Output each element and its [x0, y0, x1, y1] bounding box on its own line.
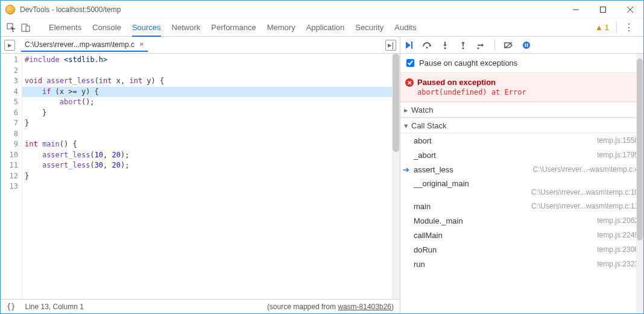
main-toolbar: ElementsConsoleSourcesNetworkPerformance… — [1, 19, 643, 37]
step-into-icon[interactable] — [440, 40, 450, 50]
call-stack-list: aborttemp.js:1558_aborttemp.js:1795➔asse… — [400, 133, 643, 271]
close-file-icon[interactable]: × — [139, 40, 144, 49]
braces-icon[interactable]: {} — [7, 303, 15, 311]
panel-tab-security[interactable]: Security — [355, 19, 384, 36]
stack-frame-location[interactable]: temp.js:1795 — [597, 151, 639, 159]
step-icon[interactable] — [476, 40, 486, 50]
svg-rect-11 — [527, 43, 528, 47]
stack-frame-location[interactable]: temp.js:1558 — [597, 136, 639, 145]
pause-on-exceptions-icon[interactable] — [522, 40, 531, 50]
stack-frame-location[interactable]: temp.js:2323 — [597, 260, 639, 268]
svg-point-7 — [462, 47, 464, 49]
step-over-icon[interactable] — [422, 40, 432, 50]
stack-frame-location[interactable]: temp.js:2308 — [597, 245, 639, 254]
pause-on-caught-label: Pause on caught exceptions — [419, 58, 517, 68]
stack-frame-location[interactable]: C:\Users\rrever...-wasm\temp.c:4 — [533, 165, 639, 174]
panel-tab-audits[interactable]: Audits — [394, 19, 416, 36]
callstack-section-header[interactable]: ▾ Call Stack — [400, 118, 643, 133]
pause-on-caught-checkbox[interactable] — [406, 59, 414, 67]
stack-frame-function: _abort — [414, 151, 436, 160]
stack-frame-location[interactable]: temp.js:2062 — [597, 216, 639, 225]
toggle-device-icon[interactable] — [20, 22, 32, 34]
warnings-badge[interactable]: ▲ 1 — [595, 23, 609, 32]
stack-frame[interactable]: aborttemp.js:1558 — [400, 133, 643, 148]
paused-title: Paused on exception — [417, 78, 637, 87]
code-line[interactable]: #include <stdlib.h> — [22, 55, 400, 66]
panel-tab-performance[interactable]: Performance — [211, 19, 256, 36]
show-debugger-icon[interactable]: ▸| — [385, 40, 396, 51]
close-button[interactable] — [616, 1, 643, 18]
code-line[interactable]: assert_less(30, 20); — [22, 160, 400, 171]
sources-pane: ▸ C:\Users\rrever...mp-wasm\temp.c × ▸| … — [1, 37, 400, 313]
code-area[interactable]: #include <stdlib.h>void assert_less(int … — [22, 54, 400, 299]
toolbar-divider — [494, 40, 495, 51]
stack-frame-function: callMain — [414, 231, 443, 240]
paused-on-exception: ✕ Paused on exception abort(undefined) a… — [400, 73, 643, 102]
debug-toolbar — [400, 37, 643, 54]
code-line[interactable]: abort(); — [22, 97, 400, 108]
editor[interactable]: 12345678910111213 #include <stdlib.h>voi… — [1, 54, 400, 299]
svg-rect-4 — [411, 42, 412, 49]
stack-frame[interactable]: runtemp.js:2323 — [400, 257, 643, 271]
watch-section-header[interactable]: ▸ Watch — [400, 102, 643, 118]
inspect-element-icon[interactable] — [5, 22, 17, 34]
toolbar-divider — [616, 22, 617, 33]
code-line[interactable] — [22, 66, 400, 77]
code-line[interactable] — [22, 181, 400, 192]
pause-on-caught-row[interactable]: Pause on caught exceptions — [400, 54, 643, 73]
stack-frame-location[interactable]: C:\Users\rrever...wasm\temp.c:11 — [531, 202, 639, 210]
expand-icon: ▸ — [404, 105, 411, 115]
devtools-window: DevTools - localhost:5000/temp ElementsC… — [0, 0, 644, 314]
file-tab-label: C:\Users\rrever...mp-wasm\temp.c — [25, 40, 134, 49]
minimize-button[interactable] — [562, 1, 589, 18]
stack-frame-function: run — [414, 260, 425, 269]
svg-point-6 — [444, 47, 446, 49]
panel-tab-sources[interactable]: Sources — [132, 19, 161, 37]
stack-frame[interactable]: ➔assert_lessC:\Users\rrever...-wasm\temp… — [400, 162, 643, 177]
editor-scrollbar[interactable] — [392, 54, 400, 299]
stack-frame-location[interactable]: temp.js:2249 — [597, 231, 639, 239]
step-out-icon[interactable] — [458, 40, 468, 50]
collapse-icon: ▾ — [404, 121, 411, 130]
stack-frame[interactable]: callMaintemp.js:2249 — [400, 228, 643, 242]
panel-tab-application[interactable]: Application — [306, 19, 345, 36]
stack-frame[interactable]: doRuntemp.js:2308 — [400, 242, 643, 257]
file-tab-bar: ▸ C:\Users\rrever...mp-wasm\temp.c × ▸| — [1, 37, 400, 54]
stack-frame-function: assert_less — [414, 165, 453, 174]
code-line[interactable]: if (x >= y) { — [22, 87, 400, 98]
file-tab[interactable]: C:\Users\rrever...mp-wasm\temp.c × — [21, 38, 148, 52]
panel-tab-network[interactable]: Network — [172, 19, 201, 36]
stack-frame[interactable]: __original_mainC:\Users\rrever...wasm\te… — [400, 177, 643, 199]
panel-tab-memory[interactable]: Memory — [267, 19, 295, 36]
code-line[interactable]: void assert_less(int x, int y) { — [22, 76, 400, 87]
stack-frame[interactable]: _aborttemp.js:1795 — [400, 148, 643, 162]
panel-tab-console[interactable]: Console — [92, 19, 121, 36]
panel-tabs: ElementsConsoleSourcesNetworkPerformance… — [49, 19, 595, 36]
stack-frame-function: abort — [414, 136, 432, 145]
code-line[interactable]: } — [22, 108, 400, 119]
source-map-link[interactable]: wasm-81403b26 — [338, 303, 391, 311]
show-navigator-icon[interactable]: ▸ — [4, 40, 15, 51]
current-frame-icon: ➔ — [403, 165, 409, 174]
maximize-button[interactable] — [589, 1, 616, 18]
warning-icon: ▲ — [595, 23, 603, 32]
stack-frame-function: __original_main — [414, 179, 469, 188]
stack-frame-function: main — [414, 202, 431, 211]
stack-frame[interactable]: mainC:\Users\rrever...wasm\temp.c:11 — [400, 199, 643, 213]
deactivate-breakpoints-icon[interactable] — [504, 40, 513, 50]
stack-frame[interactable]: Module._maintemp.js:2062 — [400, 213, 643, 228]
panel-tab-elements[interactable]: Elements — [49, 19, 81, 36]
svg-rect-3 — [26, 26, 30, 31]
code-line[interactable]: } — [22, 171, 400, 182]
code-line[interactable] — [22, 129, 400, 140]
more-options-icon[interactable]: ⋮ — [619, 22, 639, 33]
stack-frame-location[interactable]: C:\Users\rrever...wasm\temp.c:10 — [414, 188, 639, 196]
resume-icon[interactable] — [404, 40, 414, 50]
code-line[interactable]: assert_less(10, 20); — [22, 150, 400, 161]
debugger-scrollbar[interactable] — [636, 54, 643, 313]
source-mapped-text: (source mapped from wasm-81403b26) — [267, 303, 394, 311]
code-line[interactable]: } — [22, 118, 400, 129]
status-bar: {} Line 13, Column 1 (source mapped from… — [1, 299, 400, 313]
svg-point-9 — [523, 42, 530, 49]
code-line[interactable]: int main() { — [22, 139, 400, 150]
